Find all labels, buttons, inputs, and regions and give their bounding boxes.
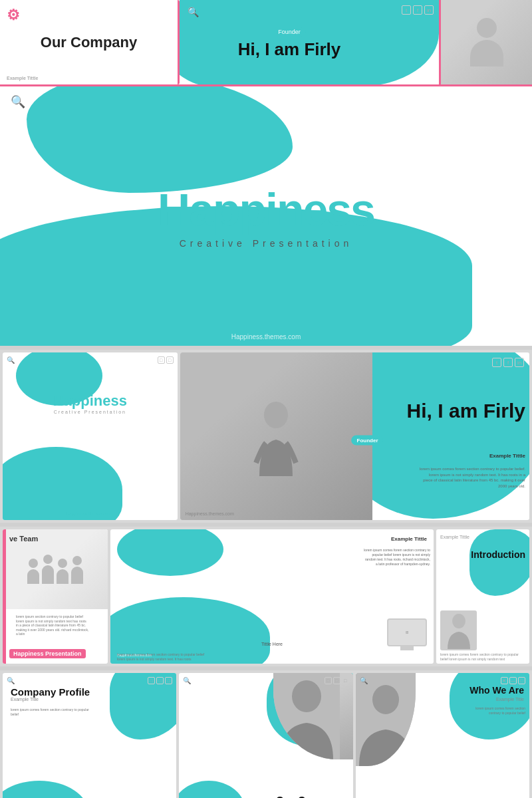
row3: 🔍 □ □ □ Company Profile Example Title lo… bbox=[0, 670, 532, 798]
cp-icon-1: □ bbox=[148, 677, 155, 684]
fb-icon: f bbox=[503, 358, 513, 367]
cp-icon-3: □ bbox=[165, 677, 172, 684]
top-banner: ⚙ Our Company Example Tittle t f in 🔍 Fo… bbox=[0, 0, 532, 86]
who-we-are-card: 🔍 ✕ — □ Who We Are Example Title lorem i… bbox=[356, 673, 529, 798]
intro-person-img bbox=[440, 610, 477, 650]
person-socials: t f in bbox=[492, 358, 524, 367]
mc-footer-text: lorem ipsum comes forem section contrary… bbox=[117, 652, 210, 661]
happiness-title: Happiness bbox=[53, 392, 127, 410]
monitor-screen: 🖥 bbox=[405, 630, 409, 634]
top-left-title: Our Company bbox=[41, 34, 137, 51]
top-icons-cp: □ □ □ bbox=[148, 677, 172, 684]
top-mid-slide: t f in 🔍 Founder Hi, I am Firly bbox=[180, 0, 439, 84]
mc-example-title: Example Tittle bbox=[391, 536, 427, 542]
person-slide-card: Founder Hi, I am Firly Example Tittle lo… bbox=[180, 352, 529, 520]
happiness-sub: Creative Presentation bbox=[54, 410, 126, 414]
founder-badge: Founder bbox=[273, 27, 306, 37]
oc-icon-1: □ bbox=[325, 677, 332, 684]
team-slide-card: ve Team lorem ipsum section contrary to … bbox=[3, 529, 108, 664]
person-name: Hi, I am Firly bbox=[407, 400, 525, 422]
hero-slide: 🔍 Happiness Creative Presentation Happin… bbox=[0, 86, 532, 346]
person-body bbox=[470, 40, 503, 66]
search-icon: 🔍 bbox=[188, 7, 199, 17]
svg-point-5 bbox=[372, 685, 399, 714]
monitor-area: 🖥 bbox=[387, 618, 427, 650]
top-left-slide: ⚙ Our Company Example Tittle bbox=[0, 0, 180, 84]
team-label-badge: Happiness Presentation bbox=[9, 649, 86, 658]
hero-text: Happiness Creative Presentation bbox=[158, 184, 374, 249]
team-figure-1 bbox=[27, 559, 39, 584]
person-example-title: Example Tittle bbox=[489, 453, 525, 459]
hero-blob-top bbox=[27, 86, 293, 193]
team-title: ve Team bbox=[9, 535, 38, 543]
cp-blob-bl bbox=[3, 781, 89, 798]
intro-title: Introduction bbox=[471, 549, 525, 560]
who-we-are-title: Who We Are bbox=[469, 685, 524, 696]
founder-badge-person: Founder bbox=[352, 436, 384, 446]
wwa-figure bbox=[356, 673, 416, 766]
search-icon-oc: 🔍 bbox=[183, 677, 191, 684]
team-figure-2 bbox=[42, 555, 54, 584]
pink-bar-team bbox=[3, 529, 6, 664]
person-photo-top bbox=[441, 0, 532, 84]
person-body-text: lorem ipsum comes forem section contrary… bbox=[419, 466, 525, 489]
mc-tittle: Tittle Here bbox=[261, 642, 283, 646]
person-silhouette bbox=[470, 18, 503, 66]
monitor-shape: 🖥 bbox=[387, 618, 427, 646]
row-large: 🔍 □ □ Happiness Creative Presentation ha… bbox=[0, 350, 532, 523]
gear-icon: ⚙ bbox=[7, 7, 25, 25]
svg-point-0 bbox=[264, 402, 288, 428]
top-icons-happiness: □ □ bbox=[158, 356, 174, 364]
happiness-slide-card: 🔍 □ □ Happiness Creative Presentation ha… bbox=[3, 352, 178, 520]
wwa-icon-x: ✕ bbox=[501, 677, 508, 684]
search-icon-wwa: 🔍 bbox=[360, 677, 368, 684]
icon-sm-1: □ bbox=[158, 356, 165, 364]
social-icons: t f in bbox=[402, 5, 434, 15]
twitter-icon: t bbox=[402, 5, 411, 15]
linkedin-icon: in bbox=[424, 5, 434, 15]
li-icon: in bbox=[515, 358, 524, 367]
intro-label: Example Tittle bbox=[440, 535, 469, 539]
our-company-title: Our Company bbox=[276, 795, 346, 798]
oc-photo bbox=[273, 673, 353, 759]
hero-title: Happiness bbox=[158, 184, 374, 235]
cp-icon-2: □ bbox=[156, 677, 164, 684]
team-figure-4 bbox=[71, 556, 83, 584]
row2: ve Team lorem ipsum section contrary to … bbox=[0, 527, 532, 666]
svg-point-3 bbox=[292, 680, 321, 712]
intro-blob bbox=[469, 529, 529, 596]
person-figure bbox=[253, 396, 299, 476]
wwa-photo bbox=[356, 673, 416, 766]
icon-sm-2: □ bbox=[166, 356, 174, 364]
team-body: lorem ipsum section contrary to popular … bbox=[9, 613, 96, 638]
company-profile-card: 🔍 □ □ □ Company Profile Example Title lo… bbox=[3, 673, 176, 798]
our-company-card: 🔍 □ □ □ ⚙ Our Company Example Title: lor… bbox=[179, 673, 352, 798]
company-profile-body: lorem ipsum comes forem section contrary… bbox=[11, 708, 90, 717]
monitor-stand bbox=[400, 646, 414, 650]
intro-figure bbox=[444, 612, 473, 649]
happiness-url: happiness.themes.com bbox=[66, 511, 114, 516]
svg-point-1 bbox=[452, 614, 466, 628]
company-profile-subtitle: Example Title bbox=[11, 697, 39, 702]
person-url: Happiness.themes.com bbox=[186, 511, 234, 516]
top-icons-oc: □ □ □ bbox=[325, 677, 349, 684]
company-profile-title: Company Profile bbox=[11, 686, 90, 698]
top-mid-text: Founder Hi, I am Firly bbox=[238, 25, 341, 60]
who-we-are-subtitle: Example Title bbox=[496, 697, 524, 702]
top-icons-wwa: ✕ — □ bbox=[501, 677, 525, 684]
person-photo bbox=[180, 352, 372, 520]
mc-body: lorem ipsum comes forem section contrary… bbox=[364, 548, 430, 567]
hero-subtitle: Creative Presentation bbox=[158, 238, 374, 249]
oc-icon-2: □ bbox=[333, 677, 340, 684]
top-left-example: Example Tittle bbox=[7, 76, 38, 80]
top-right-slide bbox=[439, 0, 532, 84]
wwa-icon-m: — bbox=[509, 677, 517, 684]
facebook-icon: f bbox=[413, 5, 422, 15]
team-figures bbox=[27, 555, 83, 584]
intro-slide-card: Example Tittle Introduction lorem ipsum … bbox=[436, 529, 529, 664]
intro-body: lorem ipsum comes forem section contrary… bbox=[440, 652, 525, 661]
who-we-are-body: lorem ipsum comes forem section contrary… bbox=[466, 706, 525, 716]
mid-slide-card: Example Tittle lorem ipsum comes forem s… bbox=[110, 529, 434, 664]
search-icon-cp: 🔍 bbox=[7, 677, 15, 684]
hero-url: Happiness.themes.com bbox=[231, 333, 301, 340]
